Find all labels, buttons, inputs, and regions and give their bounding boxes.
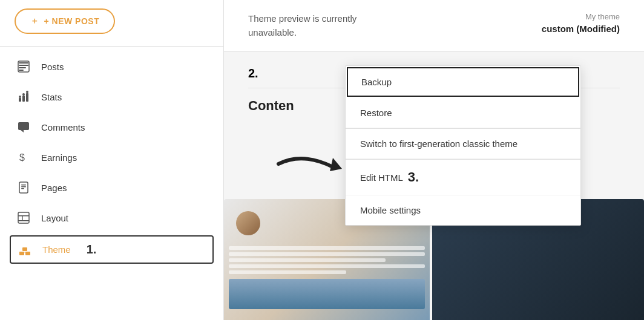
svg-rect-1 [19,65,28,66]
sidebar-item-comments[interactable]: Comments [0,112,223,142]
sidebar-item-pages-label: Pages [41,183,67,193]
pages-icon [17,181,30,194]
sidebar: ＋ + NEW POST Posts [0,0,224,320]
svg-rect-0 [19,62,28,64]
comments-icon [17,120,30,134]
sidebar-item-posts-label: Posts [41,62,64,72]
svg-rect-5 [19,98,21,102]
arrow [272,146,351,184]
sidebar-item-earnings[interactable]: $ Earnings [0,142,223,172]
svg-marker-26 [330,158,342,171]
svg-rect-18 [18,212,29,223]
step2-label: 2. [248,67,258,80]
dropdown-item-backup[interactable]: Backup [347,67,579,97]
svg-rect-21 [22,215,23,220]
layout-icon [17,211,30,224]
svg-rect-16 [21,186,26,188]
sidebar-nav: Posts Stats [0,51,223,320]
dropdown-item-switch-classic[interactable]: Switch to first-generation classic theme [346,129,580,159]
sidebar-item-pages[interactable]: Pages [0,172,223,203]
svg-point-8 [19,96,21,98]
my-theme-value: custom (Modified) [542,24,620,34]
sidebar-item-stats[interactable]: Stats [0,82,223,112]
sidebar-item-layout-label: Layout [41,213,68,223]
preview-text: Theme preview is currently unavailable. [248,12,381,39]
svg-point-10 [26,91,28,93]
thumb-landscape [229,279,425,309]
dropdown-menu: Backup Restore Switch to first-generatio… [345,65,581,226]
dropdown-item-edit-html[interactable]: Edit HTML 3. [346,160,580,195]
dropdown-backup-label: Backup [361,77,392,87]
svg-rect-6 [22,96,25,102]
sidebar-item-earnings-label: Earnings [41,152,77,163]
svg-rect-7 [26,93,28,102]
svg-rect-24 [22,247,27,251]
main-area: Theme preview is currently unavailable. … [224,0,644,320]
my-theme-section: My theme custom (Modified) [542,12,620,34]
sidebar-item-layout[interactable]: Layout [0,203,223,233]
new-post-button[interactable]: ＋ + NEW POST [15,8,115,34]
svg-rect-15 [21,184,26,186]
person-circle [236,211,260,235]
svg-rect-2 [19,67,26,68]
svg-rect-11 [18,122,29,130]
svg-text:$: $ [19,152,25,163]
stats-icon [17,90,30,103]
svg-point-9 [22,93,25,96]
sidebar-divider [0,46,223,47]
dropdown-switch-classic-label: Switch to first-generation classic theme [360,139,518,149]
svg-rect-19 [18,215,29,217]
plus-icon: ＋ [30,16,39,27]
svg-rect-14 [19,182,28,193]
my-theme-label: My theme [542,12,620,21]
dropdown-mobile-settings-label: Mobile settings [360,205,421,215]
step3-label: 3. [408,169,419,185]
dropdown-item-mobile-settings[interactable]: Mobile settings [346,195,580,225]
sidebar-item-theme[interactable]: Theme 1. [10,235,214,264]
step1-label: 1. [87,243,97,256]
dropdown-edit-html-label: Edit HTML [360,172,403,183]
svg-rect-17 [21,188,24,189]
thumb-left-content [224,241,430,314]
svg-rect-20 [18,220,29,221]
svg-rect-3 [19,70,24,71]
sidebar-item-posts[interactable]: Posts [0,51,223,82]
earnings-icon: $ [17,151,30,164]
sidebar-item-stats-label: Stats [41,92,62,102]
dropdown-restore-label: Restore [360,108,392,118]
theme-icon [18,243,31,256]
main-header: Theme preview is currently unavailable. … [224,0,644,52]
svg-rect-25 [19,252,30,253]
posts-icon [17,60,30,73]
dropdown-item-restore[interactable]: Restore [346,98,580,128]
sidebar-item-comments-label: Comments [41,122,85,132]
svg-marker-12 [21,130,24,132]
sidebar-item-theme-label: Theme [42,244,71,255]
new-post-label: + NEW POST [44,16,100,26]
